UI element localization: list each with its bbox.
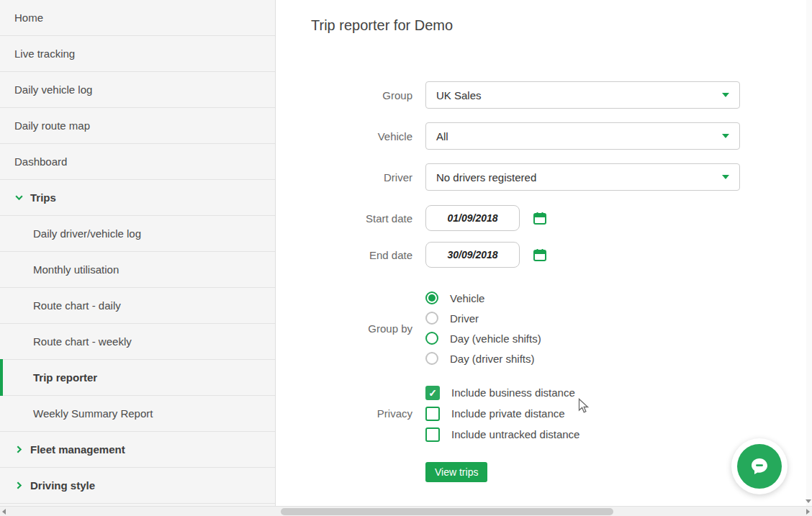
sidebar: Home Live tracking Daily vehicle log Dai… [0,0,276,506]
radio-icon[interactable] [425,332,438,345]
sidebar-item-weekly-summary-report[interactable]: Weekly Summary Report [0,396,275,432]
sidebar-item-label: Trip reporter [33,371,97,384]
app-window: Home Live tracking Daily vehicle log Dai… [0,0,812,516]
vehicle-select-value: All [436,130,448,142]
vehicle-label: Vehicle [311,130,412,142]
sidebar-item-route-chart-weekly[interactable]: Route chart - weekly [0,324,275,360]
checkbox-include-untracked-distance[interactable]: Include untracked distance [425,424,579,445]
end-date-input[interactable] [425,242,520,268]
sidebar-item-label: Route chart - daily [33,299,121,312]
sidebar-item-monthly-utilisation[interactable]: Monthly utilisation [0,252,275,288]
sidebar-item-label: Weekly Summary Report [33,407,153,420]
checkbox-option-label: Include business distance [451,386,575,399]
driver-label: Driver [311,171,412,184]
sidebar-item-label: Route chart - weekly [33,335,132,348]
radio-option-label: Driver [450,312,479,325]
view-trips-button[interactable]: View trips [425,462,487,482]
privacy-row: Privacy Include business distance Includ… [311,382,806,445]
sidebar-item-label: Home [14,12,43,24]
sidebar-item-label: Daily vehicle log [14,83,92,96]
chevron-down-icon [722,93,729,97]
calendar-icon[interactable] [533,211,547,225]
sidebar-item-label: Monthly utilisation [33,263,119,276]
start-date-row: Start date [311,205,806,231]
sidebar-item-label: Live tracking [14,47,75,60]
trip-reporter-form: Group UK Sales Vehicle All Driver No dri… [311,81,806,482]
group-by-row: Group by Vehicle Driver Day (vehicle shi… [311,288,806,368]
driver-select[interactable]: No drivers registered [425,163,740,191]
group-select-value: UK Sales [436,89,482,101]
vehicle-row: Vehicle All [311,122,806,150]
sidebar-item-label: Dashboard [14,155,67,168]
horizontal-scrollbar[interactable] [0,506,812,516]
page-title: Trip reporter for Demo [311,17,806,34]
start-date-label: Start date [311,212,412,225]
privacy-options: Include business distance Include privat… [425,382,579,445]
sidebar-item-trip-reporter[interactable]: Trip reporter [0,360,275,396]
sidebar-item-daily-driver-vehicle-log[interactable]: Daily driver/vehicle log [0,216,275,252]
end-date-row: End date [311,242,806,268]
checkbox-icon[interactable] [425,386,440,400]
chat-bubble-icon [737,444,782,489]
radio-option-label: Day (vehicle shifts) [450,332,541,345]
radio-icon[interactable] [425,352,438,365]
vertical-scrollbar[interactable] [806,0,812,506]
chevron-down-icon [722,134,729,138]
scroll-down-arrow-icon[interactable] [806,499,811,503]
driver-select-value: No drivers registered [436,171,536,184]
main-content: Trip reporter for Demo Group UK Sales Ve… [276,0,806,506]
chevron-down-icon [722,175,729,179]
sidebar-item-label: Daily driver/vehicle log [33,227,141,240]
radio-option-driver[interactable]: Driver [425,308,541,328]
group-by-label: Group by [311,322,412,335]
scroll-left-arrow-icon[interactable] [2,509,6,515]
chevron-down-icon [14,193,24,202]
driver-row: Driver No drivers registered [311,163,806,191]
sidebar-section-trips[interactable]: Trips [0,180,275,216]
radio-option-label: Vehicle [450,292,484,304]
radio-option-vehicle[interactable]: Vehicle [425,288,541,308]
chevron-right-icon [14,481,24,490]
sidebar-item-live-tracking[interactable]: Live tracking [0,36,275,72]
checkbox-include-private-distance[interactable]: Include private distance [425,403,579,424]
start-date-input[interactable] [425,205,520,231]
checkbox-option-label: Include private distance [451,407,565,420]
privacy-label: Privacy [311,407,412,420]
checkbox-include-business-distance[interactable]: Include business distance [425,382,579,403]
sidebar-item-label: Driving style [30,479,95,492]
sidebar-item-route-chart-daily[interactable]: Route chart - daily [0,288,275,324]
radio-option-day-driver-shifts[interactable]: Day (driver shifts) [425,348,541,368]
scroll-right-arrow-icon[interactable] [806,509,810,515]
group-row: Group UK Sales [311,81,806,109]
checkbox-icon[interactable] [425,427,440,442]
sidebar-item-daily-vehicle-log[interactable]: Daily vehicle log [0,72,275,108]
end-date-label: End date [311,249,412,261]
sidebar-section-fleet-management[interactable]: Fleet management [0,432,275,468]
chat-widget-button[interactable] [731,438,788,494]
horizontal-scrollbar-thumb[interactable] [281,508,613,515]
sidebar-item-daily-route-map[interactable]: Daily route map [0,108,275,144]
sidebar-item-label: Fleet management [30,443,125,456]
group-by-options: Vehicle Driver Day (vehicle shifts) Day … [425,288,541,368]
checkbox-option-label: Include untracked distance [451,428,579,440]
radio-option-label: Day (driver shifts) [450,353,535,365]
sidebar-item-dashboard[interactable]: Dashboard [0,144,275,180]
sidebar-item-label: Trips [30,191,56,204]
radio-icon[interactable] [425,312,438,325]
group-select[interactable]: UK Sales [425,81,740,109]
group-label: Group [311,89,412,101]
sidebar-item-home[interactable]: Home [0,0,275,36]
checkbox-icon[interactable] [425,407,440,421]
chevron-right-icon [14,445,24,454]
calendar-icon[interactable] [533,248,547,262]
sidebar-section-driving-style[interactable]: Driving style [0,468,275,504]
sidebar-item-label: Daily route map [14,119,90,132]
radio-icon[interactable] [425,291,438,304]
radio-option-day-vehicle-shifts[interactable]: Day (vehicle shifts) [425,328,541,348]
vehicle-select[interactable]: All [425,122,740,150]
